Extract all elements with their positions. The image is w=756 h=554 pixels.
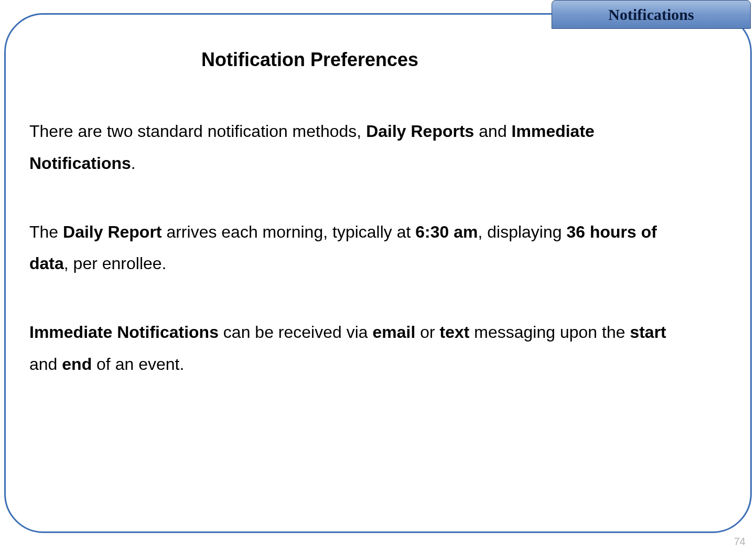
- section-tab-label: Notifications: [608, 6, 694, 24]
- p2-text-4: , per enrollee.: [64, 254, 167, 273]
- p3-text-1: can be received via: [219, 323, 373, 342]
- paragraph-1: There are two standard notification meth…: [29, 115, 698, 179]
- p1-text-3: .: [131, 154, 136, 173]
- p3-text-4: and: [29, 355, 62, 374]
- p3-bold-4: start: [630, 323, 666, 342]
- p3-bold-1: Immediate Notifications: [29, 323, 219, 342]
- p3-text-5: of an event.: [92, 355, 184, 374]
- p3-text-2: or: [415, 323, 439, 342]
- paragraph-3: Immediate Notifications can be received …: [29, 316, 698, 380]
- p3-bold-5: end: [62, 355, 92, 374]
- p2-text-1: The: [29, 222, 63, 241]
- p2-bold-2: 6:30 am: [415, 222, 478, 241]
- p3-text-3: messaging upon the: [469, 323, 630, 342]
- content-frame: Notification Preferences There are two s…: [4, 13, 752, 533]
- p2-text-3: , displaying: [478, 222, 566, 241]
- body-content: There are two standard notification meth…: [27, 115, 729, 380]
- page-title: Notification Preferences: [0, 49, 729, 71]
- p2-text-2: arrives each morning, typically at: [162, 222, 416, 241]
- p1-bold-1: Daily Reports: [366, 122, 474, 141]
- p3-bold-2: email: [372, 323, 415, 342]
- p1-text-1: There are two standard notification meth…: [29, 122, 366, 141]
- paragraph-2: The Daily Report arrives each morning, t…: [29, 216, 698, 280]
- p3-bold-3: text: [440, 323, 470, 342]
- page-number: 74: [734, 536, 746, 548]
- section-tab-badge: Notifications: [552, 0, 751, 29]
- p2-bold-1: Daily Report: [63, 222, 161, 241]
- p1-text-2: and: [474, 122, 511, 141]
